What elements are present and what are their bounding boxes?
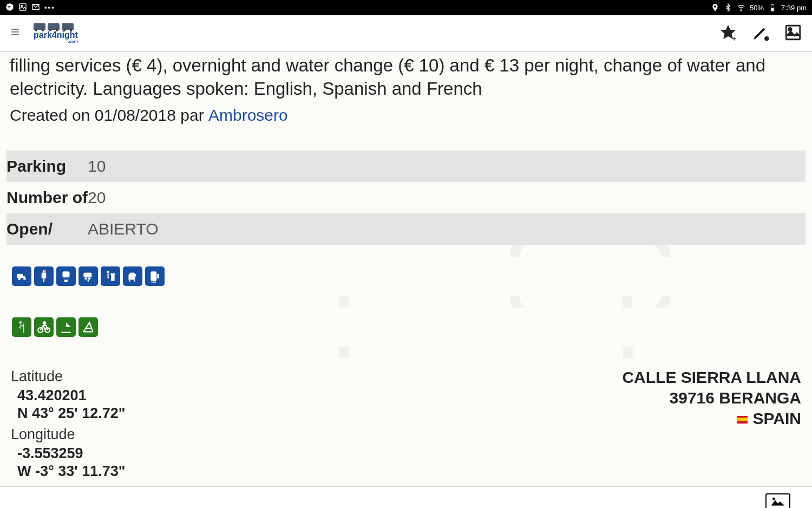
svg-text:+: + [732,34,736,41]
svg-point-33 [43,322,45,324]
bottom-bar [0,486,812,508]
svg-point-21 [88,277,90,279]
gpl-fuel-icon: gpl [145,266,165,286]
created-par: par [176,106,208,124]
battery-percent: 50% [750,4,764,12]
table-row: Parking 10 [6,151,806,182]
coordinates-left: Latitude 43.420201 N 43° 25' 12.72" Long… [11,368,126,481]
longitude-dms: W -3° 33' 11.73" [11,463,126,480]
cycling-icon [34,317,54,337]
dog-allowed-icon [123,266,142,286]
svg-point-0 [6,3,13,10]
favorite-add-button[interactable]: + [719,23,737,44]
grey-water-dump-icon [78,266,98,286]
address-country-line: SPAIN [622,409,801,428]
latitude-label: Latitude [11,368,126,385]
windsurf-icon [56,317,76,337]
activities-icons [10,308,802,347]
recent-apps-button[interactable] [765,493,790,508]
latitude-dms: N 43° 25' 12.72" [11,405,126,422]
svg-point-9 [764,36,769,41]
statusbar-right: 50% 7:39 pm [711,3,807,12]
row-label-open: Open/ [6,220,88,238]
svg-point-29 [19,321,22,323]
svg-rect-6 [772,4,774,4]
svg-rect-15 [43,270,44,272]
battery-icon [768,3,777,12]
svg-point-22 [107,271,109,273]
row-label-number: Number of [6,188,88,206]
bluetooth-icon [724,3,732,12]
coordinates-section: Latitude 43.420201 N 43° 25' 12.72" Long… [10,359,802,486]
address-street: CALLE SIERRA LLANA [622,368,801,387]
app-bar: park4night .com + [0,15,812,52]
row-value-open: ABIERTO [88,220,159,238]
svg-point-34 [772,498,775,500]
svg-rect-27 [157,273,159,278]
svg-text:gpl: gpl [152,279,156,283]
created-date: 01/08/2018 [95,106,176,124]
svg-rect-25 [134,279,135,281]
svg-rect-14 [42,272,47,278]
appbar-actions: + [719,23,802,44]
latitude-decimal: 43.420201 [11,387,126,404]
svg-rect-30 [23,323,24,333]
svg-rect-1 [19,4,26,10]
svg-rect-23 [108,273,109,278]
more-notifications-icon: ••• [44,4,55,12]
svg-rect-24 [129,279,130,281]
address-block: CALLE SIERRA LLANA 39716 BERANGA SPAIN [622,368,801,481]
messenger-icon [5,3,14,13]
svg-point-11 [789,28,792,31]
spain-flag-icon [737,416,748,424]
edit-button[interactable] [751,23,770,44]
address-country: SPAIN [753,409,801,427]
svg-rect-19 [83,272,91,277]
row-value-parking: 10 [88,157,106,175]
statusbar-left: ••• [5,3,55,13]
trash-bin-icon [101,266,120,286]
location-icon [711,3,719,12]
app-logo[interactable]: park4night .com [34,23,78,44]
created-prefix: Created on [10,106,95,124]
wc-dump-icon [56,266,76,286]
wifi-icon [737,3,745,12]
electric-plug-icon [34,266,54,286]
info-table: Parking 10 Number of 20 Open/ ABIERTO [6,151,806,245]
brand-text: park4night [34,30,78,40]
table-row: Number of 20 [6,182,806,213]
created-line: Created on 01/08/2018 par Ambrosero [10,106,802,136]
svg-rect-10 [786,25,800,40]
table-row: Open/ ABIERTO [6,213,806,245]
services-icons: gpl [10,257,802,296]
brand-sub: .com [34,40,78,44]
svg-point-4 [741,10,741,11]
author-link[interactable]: Ambrosero [208,106,288,124]
place-description: filling services (€ 4), overnight and wa… [10,52,802,106]
playground-icon [78,317,98,337]
svg-point-20 [85,277,87,279]
svg-rect-17 [43,278,44,282]
clock-time: 7:39 pm [781,4,807,12]
row-value-number: 20 [88,188,106,207]
svg-rect-18 [63,271,70,277]
gallery-button[interactable] [784,23,802,44]
hiking-icon [12,317,31,337]
place-detail-content: filling services (€ 4), overnight and wa… [0,52,812,136]
menu-button[interactable] [10,27,21,40]
svg-rect-7 [771,8,774,11]
row-label-parking: Parking [6,157,88,175]
picture-icon [18,3,27,13]
address-zip-city: 39716 BERANGA [622,389,801,407]
gmail-icon [31,3,40,13]
water-tap-icon [12,266,31,286]
longitude-label: Longitude [11,426,126,443]
svg-rect-16 [44,270,45,272]
android-statusbar: ••• 50% 7:39 pm [0,0,812,15]
longitude-decimal: -3.553259 [11,445,126,462]
